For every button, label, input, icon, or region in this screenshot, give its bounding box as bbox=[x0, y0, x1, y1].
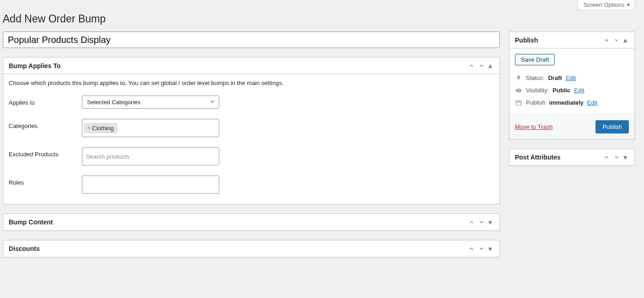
chevron-up-icon[interactable] bbox=[466, 218, 476, 226]
metabox-header[interactable]: Discounts ▾ bbox=[3, 240, 499, 257]
post-title-input[interactable] bbox=[3, 32, 500, 48]
publish-time-value: immediately bbox=[549, 99, 584, 106]
label-excluded-products: Excluded Products bbox=[9, 147, 82, 158]
tag-clothing: × Clothing bbox=[84, 123, 117, 133]
categories-input[interactable]: × Clothing bbox=[82, 119, 219, 137]
eye-icon bbox=[515, 87, 522, 94]
chevron-up-icon[interactable] bbox=[466, 245, 476, 253]
triangle-up-icon[interactable]: ▴ bbox=[487, 60, 494, 71]
calendar-icon bbox=[515, 100, 522, 106]
excluded-products-search[interactable] bbox=[84, 150, 217, 163]
metabox-header[interactable]: Publish ▴ bbox=[509, 32, 634, 48]
label-applies-to: Applies to bbox=[9, 96, 82, 106]
triangle-up-icon[interactable]: ▴ bbox=[622, 35, 629, 45]
edit-visibility-link[interactable]: Edit bbox=[574, 87, 584, 94]
label-categories: Categories bbox=[9, 119, 82, 129]
metabox-title: Discounts bbox=[9, 245, 40, 252]
metabox-discounts: Discounts ▾ bbox=[3, 240, 500, 257]
triangle-down-icon[interactable]: ▾ bbox=[622, 152, 629, 163]
move-to-trash-link[interactable]: Move to Trash bbox=[515, 123, 552, 130]
chevron-down-icon[interactable] bbox=[612, 153, 622, 161]
metabox-title: Bump Applies To bbox=[9, 62, 61, 69]
metabox-bump-applies: Bump Applies To ▴ Choose which products … bbox=[3, 57, 500, 204]
triangle-down-icon[interactable]: ▾ bbox=[487, 217, 494, 228]
chevron-up-icon[interactable] bbox=[601, 153, 612, 161]
caret-down-icon: ▼ bbox=[626, 2, 631, 7]
status-label: Status: bbox=[526, 74, 544, 81]
edit-publish-time-link[interactable]: Edit bbox=[587, 99, 597, 106]
roles-input[interactable] bbox=[82, 176, 219, 194]
chevron-up-icon[interactable] bbox=[466, 62, 476, 70]
chevron-down-icon[interactable] bbox=[612, 36, 622, 44]
chevron-down-icon[interactable] bbox=[476, 245, 487, 253]
metabox-bump-content: Bump Content ▾ bbox=[3, 213, 500, 231]
metabox-post-attributes: Post Attributes ▾ bbox=[509, 149, 635, 166]
metabox-publish: Publish ▴ Save Draft Status: Draft bbox=[509, 32, 635, 139]
save-draft-button[interactable]: Save Draft bbox=[515, 54, 555, 65]
visibility-label: Visibility: bbox=[526, 87, 549, 94]
status-value: Draft bbox=[548, 74, 562, 81]
applies-to-select[interactable]: Selected Categories bbox=[82, 96, 219, 109]
publish-time-label: Publish bbox=[526, 99, 546, 106]
metabox-title: Post Attributes bbox=[515, 154, 561, 161]
page-title: Add New Order Bump bbox=[3, 13, 635, 25]
chevron-down-icon[interactable] bbox=[476, 62, 487, 70]
label-roles: Roles bbox=[9, 176, 82, 186]
chevron-down-icon[interactable] bbox=[476, 218, 487, 226]
edit-status-link[interactable]: Edit bbox=[566, 74, 576, 81]
metabox-header[interactable]: Bump Applies To ▴ bbox=[3, 58, 499, 74]
excluded-products-input[interactable] bbox=[82, 147, 219, 165]
help-text: Choose which products this bump applies … bbox=[9, 80, 494, 86]
chevron-up-icon[interactable] bbox=[601, 36, 612, 44]
metabox-header[interactable]: Bump Content ▾ bbox=[3, 214, 499, 230]
screen-options-button[interactable]: Screen Options ▼ bbox=[577, 0, 635, 10]
remove-tag-icon[interactable]: × bbox=[87, 125, 91, 131]
metabox-header[interactable]: Post Attributes ▾ bbox=[509, 149, 634, 165]
tag-label: Clothing bbox=[92, 125, 114, 132]
roles-search[interactable] bbox=[84, 179, 217, 191]
publish-button[interactable]: Publish bbox=[595, 120, 629, 133]
pin-icon bbox=[515, 75, 522, 81]
visibility-value: Public bbox=[552, 87, 570, 94]
metabox-title: Bump Content bbox=[9, 218, 53, 226]
svg-rect-0 bbox=[516, 101, 521, 105]
metabox-title: Publish bbox=[515, 37, 538, 44]
screen-options-label: Screen Options bbox=[583, 1, 624, 8]
triangle-down-icon[interactable]: ▾ bbox=[487, 244, 494, 254]
